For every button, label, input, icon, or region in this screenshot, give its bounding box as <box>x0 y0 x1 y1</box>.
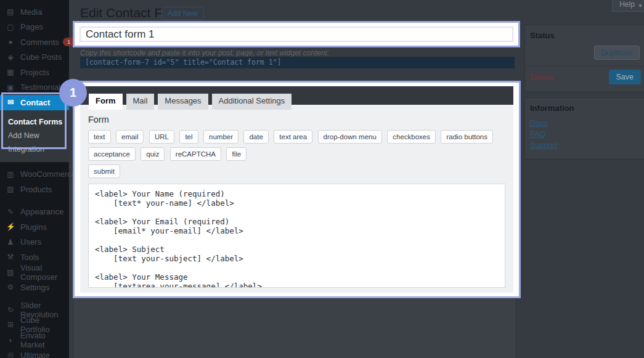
editor-tabbar: Form Mail Messages Additional Settings <box>80 86 513 105</box>
tag-button-drop-down-menu[interactable]: drop-down menu <box>318 130 382 144</box>
tag-button-text-area[interactable]: text area <box>274 130 312 144</box>
status-title: Status <box>525 25 644 40</box>
sidebar-item-label: Contact <box>20 98 50 107</box>
tag-button-submit[interactable]: submit <box>88 165 120 178</box>
delete-link[interactable]: Delete <box>530 73 553 82</box>
shortcode-hint: Copy this shortcode and paste it into yo… <box>80 49 329 57</box>
sidebar-item-label: Pages <box>20 22 43 31</box>
sidebar-item-cube-posts[interactable]: ◈ Cube Posts <box>0 50 69 65</box>
sidebar-item-comments[interactable]: ● Comments 1 <box>0 35 69 50</box>
highlight-box-form-editor: Form Mail Messages Additional Settings F… <box>73 81 521 298</box>
tab-additional-settings[interactable]: Additional Settings <box>212 94 292 110</box>
tag-button-radio-buttons[interactable]: radio buttons <box>441 130 493 144</box>
sidebar-item-label: Visual Composer <box>20 263 69 282</box>
sidebar-item-label: Cube Posts <box>20 52 62 62</box>
sidebar-item-label: Products <box>20 185 52 194</box>
tag-button-checkboxes[interactable]: checkboxes <box>387 130 436 144</box>
tag-button-date[interactable]: date <box>243 130 268 144</box>
tag-button-file[interactable]: file <box>226 147 247 161</box>
sidebar-item-woocommerce[interactable]: ▥ WooCommerce <box>0 167 69 182</box>
sidebar-item-label: Plugins <box>20 222 47 232</box>
form-title-input[interactable] <box>79 26 513 42</box>
sidebar-item-contact[interactable]: ✉ Contact <box>0 95 69 110</box>
annotation-step-1-badge: 1 <box>59 79 87 107</box>
comments-icon: ● <box>6 38 15 46</box>
submenu-item-contact-forms[interactable]: Contact Forms <box>0 115 69 129</box>
tag-button-tel[interactable]: tel <box>179 130 198 144</box>
rotate-icon: ↻ <box>6 306 15 314</box>
sidebar-item-visual-composer[interactable]: ▧ Visual Composer <box>0 265 69 280</box>
shortcode-field[interactable]: [contact-form-7 id="5" title="Contact fo… <box>80 57 515 68</box>
tag-buttons-row-2: submit <box>80 165 513 182</box>
envato-leaf-icon: ◗ <box>6 336 15 344</box>
admin-sidebar: ▤ Media ▢ Pages ● Comments 1 ◈ Cube Post… <box>0 0 69 358</box>
pages-icon: ▢ <box>6 23 15 31</box>
sidebar-item-label: Ultimate <box>20 351 50 358</box>
contact-submenu: Contact Forms Add New Integration <box>0 110 69 162</box>
testimonial-icon: ▣ <box>6 83 15 92</box>
tag-buttons-row-1: text email URL tel number date text area… <box>80 130 513 165</box>
products-icon: ▨ <box>6 185 15 193</box>
grid-icon: ⊞ <box>6 320 15 329</box>
sidebar-item-settings[interactable]: ⚙ Settings <box>0 280 69 295</box>
sidebar-item-label: Tools <box>20 253 39 262</box>
submenu-item-integration[interactable]: Integration <box>0 142 69 156</box>
sidebar-item-ultimate[interactable]: ◎ Ultimate <box>0 348 69 358</box>
tag-button-quiz[interactable]: quiz <box>141 147 165 161</box>
docs-link[interactable]: Docs <box>530 119 547 128</box>
sidebar-item-plugins[interactable]: ⚡ Plugins <box>0 219 69 235</box>
status-metabox: Status Duplicate Delete Save <box>524 25 644 92</box>
user-icon: ♟ <box>6 238 15 246</box>
media-icon: ▤ <box>6 7 15 16</box>
support-link[interactable]: Support <box>530 141 557 150</box>
information-metabox: Information Docs FAQ Support <box>524 97 644 160</box>
dimmed-postbox-area <box>74 298 515 358</box>
sidebar-item-label: Users <box>20 237 41 246</box>
sidebar-item-envato-market[interactable]: ◗ Envato Market <box>0 333 69 348</box>
sidebar-item-label: Testimonials <box>20 83 65 92</box>
sidebar-item-media[interactable]: ▤ Media <box>0 4 69 20</box>
tag-button-url[interactable]: URL <box>149 130 174 144</box>
help-button[interactable]: Help ▼ <box>612 0 644 12</box>
tools-icon: ⚒ <box>6 253 15 261</box>
highlight-box-form-title <box>73 21 520 47</box>
duplicate-button[interactable]: Duplicate <box>594 46 640 60</box>
plugin-icon: ⚡ <box>6 222 15 231</box>
sidebar-item-projects[interactable]: ▦ Projects <box>0 65 69 80</box>
sidebar-item-label: Projects <box>20 68 49 77</box>
sidebar-item-products[interactable]: ▨ Products <box>0 182 69 197</box>
form-tab-panel: Form text email URL tel number date text… <box>80 105 513 293</box>
sidebar-item-label: Appearance <box>20 207 63 216</box>
visual-composer-icon: ▧ <box>6 268 15 277</box>
woocommerce-icon: ▥ <box>6 170 15 179</box>
information-links: Docs FAQ Support <box>525 113 644 150</box>
tag-button-text[interactable]: text <box>88 130 111 144</box>
tag-button-email[interactable]: email <box>116 130 144 144</box>
brush-icon: ✎ <box>6 208 15 216</box>
form-editor-textarea[interactable]: <label> Your Name (required) [text* your… <box>88 184 505 288</box>
sidebar-item-pages[interactable]: ▢ Pages <box>0 20 69 35</box>
sidebar-item-label: Envato Market <box>20 331 69 349</box>
envelope-icon: ✉ <box>6 98 15 107</box>
faq-link[interactable]: FAQ <box>530 130 545 139</box>
pushpin-icon: ◈ <box>6 53 15 62</box>
sidebar-item-users[interactable]: ♟ Users <box>0 235 69 250</box>
sidebar-item-label: WooCommerce <box>20 169 76 179</box>
divider <box>525 66 644 67</box>
help-label: Help <box>619 0 635 9</box>
tag-button-acceptance[interactable]: acceptance <box>88 147 136 161</box>
sidebar-item-label: Media <box>20 7 42 17</box>
tab-form[interactable]: Form <box>89 94 123 110</box>
save-button[interactable]: Save <box>609 70 642 84</box>
tab-mail[interactable]: Mail <box>126 94 155 110</box>
add-new-button[interactable]: Add New <box>161 7 204 20</box>
sidebar-item-label: Comments <box>20 38 59 47</box>
tag-button-number[interactable]: number <box>203 130 238 144</box>
gear-icon: ⚙ <box>6 283 15 291</box>
chevron-down-icon: ▼ <box>638 3 643 9</box>
submenu-item-add-new[interactable]: Add New <box>0 129 69 142</box>
portfolio-icon: ▦ <box>6 68 15 76</box>
tab-messages[interactable]: Messages <box>158 94 208 110</box>
tag-button-recaptcha[interactable]: reCAPTCHA <box>170 147 221 161</box>
sidebar-item-appearance[interactable]: ✎ Appearance <box>0 205 69 220</box>
